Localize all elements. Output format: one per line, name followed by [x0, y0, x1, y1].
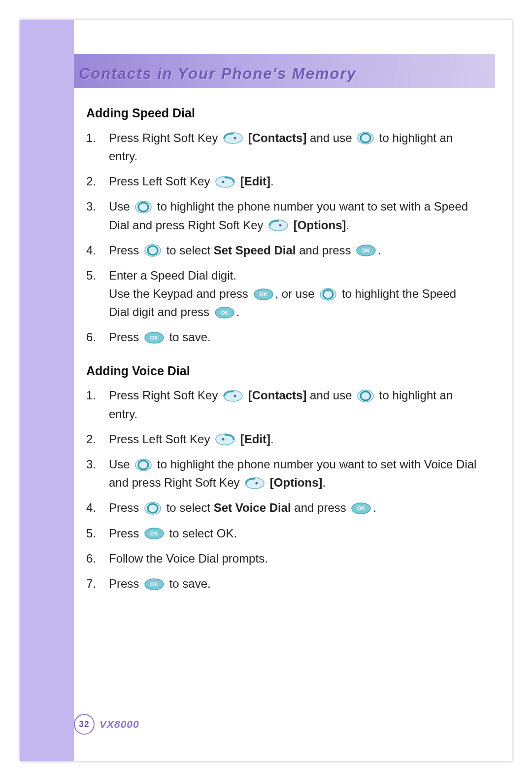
contacts-label: [Contacts] [248, 131, 307, 144]
step-number: 2. [86, 430, 109, 448]
text: Press [109, 330, 142, 344]
text: Use [109, 458, 133, 471]
svg-text:OK: OK [259, 291, 267, 297]
footer: 32 VX8000 [74, 714, 139, 735]
text: Use the Keypad and press [109, 287, 252, 300]
model-label: VX8000 [100, 718, 139, 730]
text: Press Right Soft Key [109, 389, 221, 402]
text: to highlight the phone number you want t… [109, 200, 468, 231]
step-number: 1. [86, 386, 109, 404]
ok-key-icon: OK [144, 578, 164, 590]
text: . [322, 476, 326, 489]
step: 3. Use to highlight the phone number you… [86, 455, 478, 492]
text: to save. [169, 330, 211, 344]
sheet: Contacts in Your Phone's Memory Adding S… [20, 20, 512, 761]
text: Press Left Soft Key [109, 432, 213, 446]
text: , or use [275, 287, 318, 300]
sidebar-stripe [20, 20, 74, 761]
options-label: [Options] [270, 476, 323, 489]
step: 3. Use to highlight the phone number you… [86, 197, 478, 234]
text: Press Left Soft Key [109, 175, 213, 188]
step-text: Follow the Voice Dial prompts. [109, 549, 478, 568]
text: Use [109, 200, 133, 213]
left-soft-key-icon [215, 176, 235, 188]
step-text: Press OK to select OK. [109, 524, 478, 542]
text: . [378, 244, 381, 257]
step-text: Press Right Soft Key [Contacts] and use … [109, 129, 478, 165]
step-number: 4. [86, 498, 109, 517]
step: 6. Follow the Voice Dial prompts. [86, 549, 478, 568]
edit-label: [Edit] [240, 432, 270, 446]
step: 5. Press OK to select OK. [86, 524, 478, 542]
step: 1. Press Right Soft Key [Contacts] and u… [86, 386, 478, 423]
step: 5. Enter a Speed Dial digit. Use the Key… [86, 266, 478, 321]
step-number: 6. [86, 549, 109, 568]
options-label: [Options] [294, 218, 346, 232]
text: . [270, 432, 274, 446]
step-number: 1. [86, 129, 109, 147]
text: Press [109, 527, 142, 540]
nav-key-icon [357, 132, 374, 144]
text: and press [294, 501, 349, 514]
text: . [236, 305, 240, 319]
step: 4. Press to select Set Speed Dial and pr… [86, 241, 478, 259]
ok-key-icon: OK [356, 245, 376, 256]
step-text: Press OK to save. [109, 574, 478, 593]
nav-key-icon [135, 459, 152, 471]
set-voice-dial-label: Set Voice Dial [214, 501, 291, 514]
ok-key-icon: OK [144, 528, 164, 539]
step-text: Press Left Soft Key [Edit]. [109, 172, 478, 190]
page-number-badge: 32 [74, 714, 95, 735]
svg-text:OK: OK [362, 248, 370, 253]
step: 4. Press to select Set Voice Dial and pr… [86, 498, 478, 517]
nav-key-icon [320, 288, 336, 301]
set-speed-dial-label: Set Speed Dial [214, 244, 296, 257]
step-number: 5. [86, 524, 109, 542]
heading-voice-dial: Adding Voice Dial [86, 361, 478, 381]
step-number: 6. [86, 328, 109, 346]
text: Press [109, 577, 142, 590]
svg-text:OK: OK [150, 531, 159, 536]
edit-label: [Edit] [240, 175, 270, 188]
text: to save. [169, 577, 211, 590]
step-text: Use to highlight the phone number you wa… [109, 455, 478, 492]
text: . [270, 175, 274, 188]
text: and use [310, 131, 355, 144]
step: 1. Press Right Soft Key [Contacts] and u… [86, 129, 478, 165]
step: 2. Press Left Soft Key [Edit]. [86, 430, 478, 448]
step-text: Enter a Speed Dial digit. Use the Keypad… [109, 266, 478, 321]
nav-key-icon [144, 502, 161, 515]
step-text: Press Right Soft Key [Contacts] and use … [109, 386, 478, 423]
right-soft-key-icon [245, 477, 265, 489]
text: Enter a Speed Dial digit. [109, 269, 236, 282]
text: and use [310, 389, 355, 402]
step-number: 3. [86, 197, 109, 215]
text: to select OK. [169, 527, 237, 540]
nav-key-icon [135, 201, 152, 213]
right-soft-key-icon [223, 132, 243, 144]
text: Press Right Soft Key [109, 131, 221, 144]
header-banner: Contacts in Your Phone's Memory [74, 54, 495, 88]
svg-text:OK: OK [357, 505, 366, 511]
contacts-label: [Contacts] [248, 389, 307, 402]
step-number: 3. [86, 455, 109, 473]
step: 6. Press OK to save. [86, 328, 478, 346]
step-number: 2. [86, 172, 109, 190]
text: to select [166, 244, 214, 257]
ok-key-icon: OK [215, 307, 234, 319]
text: . [346, 218, 349, 232]
steps-speed-dial: 1. Press Right Soft Key [Contacts] and u… [86, 129, 478, 347]
content-area: Adding Speed Dial 1. Press Right Soft Ke… [86, 99, 478, 607]
page-title: Contacts in Your Phone's Memory [79, 65, 357, 83]
left-soft-key-icon [215, 433, 235, 445]
step-number: 4. [86, 241, 109, 259]
right-soft-key-icon [268, 219, 288, 231]
step-text: Press to select Set Speed Dial and press… [109, 241, 478, 259]
nav-key-icon [144, 244, 161, 257]
ok-key-icon: OK [254, 288, 273, 300]
nav-key-icon [357, 390, 374, 402]
svg-text:OK: OK [150, 335, 159, 341]
ok-key-icon: OK [351, 502, 371, 514]
step: 7. Press OK to save. [86, 574, 478, 593]
text: Press [109, 501, 142, 514]
